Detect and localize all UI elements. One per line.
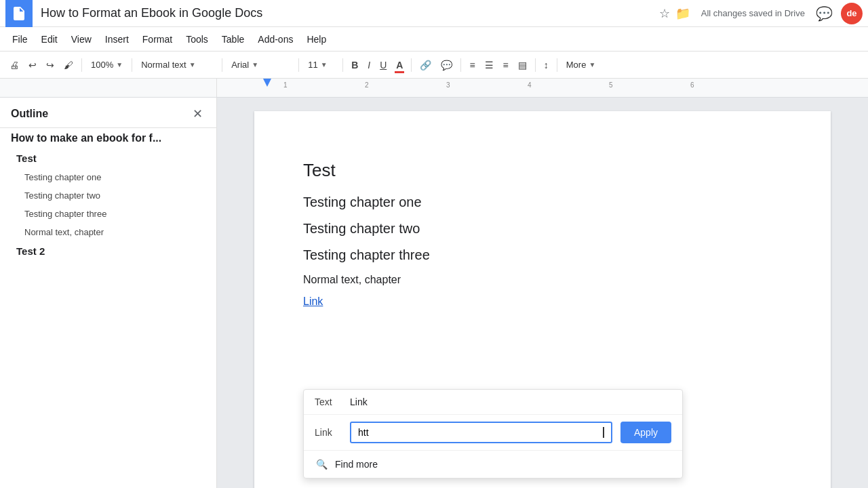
ruler-mark-4: 4 [528,81,532,89]
zoom-dropdown[interactable]: 100% ▼ [86,56,127,75]
text-style-dropdown[interactable]: Normal text ▼ [136,56,218,75]
justify-button[interactable]: ▤ [514,56,531,75]
menu-format[interactable]: Format [136,31,179,47]
underline-button[interactable]: U [376,56,391,75]
title-bar: How to Format an Ebook in Google Docs ☆ … [0,0,868,27]
menu-tools[interactable]: Tools [179,31,215,47]
print-button[interactable]: 🖨 [5,56,23,75]
find-more-row[interactable]: 🔍 Find more [304,451,682,478]
font-arrow: ▼ [252,61,258,68]
separator2 [132,58,132,72]
sidebar-item-1[interactable]: Test [0,148,216,168]
separator9 [557,58,557,72]
doc-paragraph-0[interactable]: Testing chapter one [303,195,782,210]
toolbar: 🖨 ↩ ↪ 🖌 100% ▼ Normal text ▼ Arial ▼ 11 … [0,52,868,79]
text-style-arrow: ▼ [189,61,196,68]
link-url-row: Link htt Apply [304,415,682,451]
ruler-mark-3: 3 [446,81,450,89]
apply-button[interactable]: Apply [620,422,671,443]
doc-title[interactable]: How to Format an Ebook in Google Docs [41,6,659,20]
user-avatar[interactable]: de [841,3,863,24]
save-status: All changes saved in Drive [701,8,805,18]
ruler-mark-6: 6 [690,81,694,89]
italic-button[interactable]: I [363,56,374,75]
more-arrow: ▼ [589,61,595,68]
separator3 [222,58,222,72]
doc-heading-main[interactable]: Test [303,160,782,181]
doc-link-container: Link [303,296,782,308]
main-layout: Outline ✕ How to make an ebook for f... … [0,98,868,488]
text-style-value: Normal text [141,60,186,70]
ruler-indent[interactable] [263,79,271,87]
redo-button[interactable]: ↪ [42,56,58,75]
doc-paragraph-1[interactable]: Testing chapter two [303,221,782,237]
find-more-label: Find more [335,459,378,470]
paint-format-button[interactable]: 🖌 [60,56,77,75]
separator5 [342,58,343,72]
font-size-value: 11 [308,60,317,70]
link-text-label: Text [315,396,342,407]
folder-icon[interactable]: 📁 [675,6,690,21]
comment-icon[interactable]: 💬 [816,5,833,22]
font-size-arrow: ▼ [321,61,328,68]
link-text-value: Link [350,396,671,407]
menu-table[interactable]: Table [215,31,251,47]
more-value: More [566,60,587,70]
doc-paragraph-2[interactable]: Testing chapter three [303,247,782,263]
menu-addons[interactable]: Add-ons [251,31,300,47]
align-center-button[interactable]: ☰ [481,56,498,75]
zoom-value: 100% [91,60,113,70]
font-size-dropdown[interactable]: 11 ▼ [303,56,338,75]
align-left-button[interactable]: ≡ [465,56,479,75]
link-url-label: Link [315,427,342,438]
sidebar-item-5[interactable]: Normal text, chapter [0,223,216,241]
ruler-container: 1 2 3 4 5 6 [0,79,868,98]
align-right-button[interactable]: ≡ [499,56,513,75]
link-popup: Text Link Link htt Apply 🔍 Find more [303,389,683,479]
menu-bar: File Edit View Insert Format Tools Table… [0,27,868,52]
undo-button[interactable]: ↩ [24,56,41,75]
separator7 [460,58,461,72]
more-dropdown[interactable]: More ▼ [561,56,601,75]
doc-link-text[interactable]: Link [303,296,323,308]
star-icon[interactable]: ☆ [659,6,670,21]
comment-button[interactable]: 💬 [437,56,456,75]
menu-view[interactable]: View [64,31,98,47]
menu-edit[interactable]: Edit [35,31,64,47]
ruler-scale: 1 2 3 4 5 6 [217,79,868,97]
link-button[interactable]: 🔗 [416,56,435,75]
ruler-mark-2: 2 [365,81,369,89]
bold-button[interactable]: B [347,56,362,75]
ruler-mark-1: 1 [283,81,288,89]
doc-paragraph-3[interactable]: Normal text, chapter [303,274,782,286]
app-icon [5,0,33,27]
menu-file[interactable]: File [5,31,35,47]
separator4 [298,58,299,72]
separator1 [81,58,82,72]
separator6 [411,58,412,72]
font-dropdown[interactable]: Arial ▼ [226,56,294,75]
search-icon: 🔍 [315,458,328,471]
link-url-input[interactable]: htt [350,422,612,443]
sidebar-item-4[interactable]: Testing chapter three [0,205,216,223]
text-color-bar [395,71,404,73]
font-value: Arial [231,60,249,70]
menu-help[interactable]: Help [300,31,333,47]
document-page[interactable]: Test Testing chapter one Testing chapter… [254,111,831,488]
ruler-sidebar-space [0,79,217,97]
sidebar-item-2[interactable]: Testing chapter one [0,168,216,186]
sidebar-item-6[interactable]: Test 2 [0,241,216,261]
page-area[interactable]: Test Testing chapter one Testing chapter… [217,98,868,488]
text-color-icon: A [396,60,403,70]
zoom-arrow: ▼ [116,61,123,68]
sidebar-title: Outline [11,108,48,120]
link-input-value: htt [358,427,603,438]
sidebar-item-3[interactable]: Testing chapter two [0,186,216,205]
sidebar: Outline ✕ How to make an ebook for f... … [0,98,217,488]
sidebar-item-0[interactable]: How to make an ebook for f... [0,128,216,148]
text-color-button[interactable]: A [392,56,407,75]
line-spacing-button[interactable]: ↕ [540,56,553,75]
link-cursor [603,427,604,438]
sidebar-close-button[interactable]: ✕ [189,106,205,122]
menu-insert[interactable]: Insert [98,31,136,47]
